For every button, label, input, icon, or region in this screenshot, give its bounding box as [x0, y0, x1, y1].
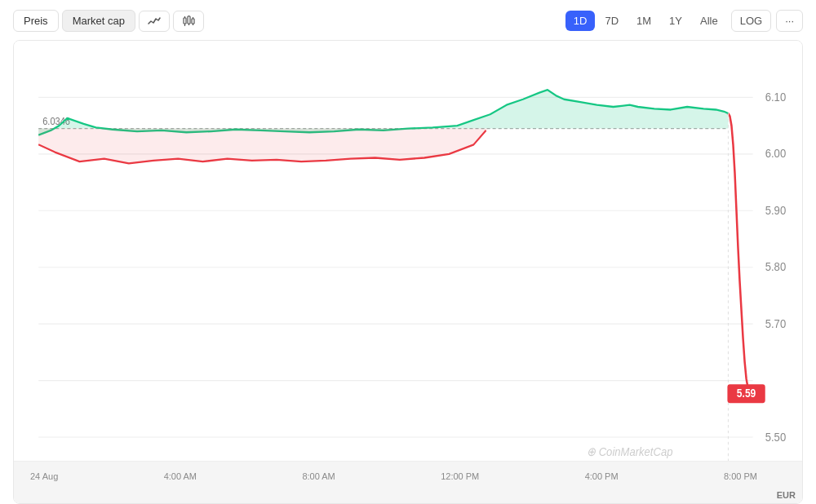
- x-label-5: 4:00 PM: [585, 471, 619, 481]
- toolbar: Preis Market cap: [13, 10, 803, 32]
- svg-rect-0: [184, 18, 186, 24]
- time-alle-button[interactable]: Alle: [692, 11, 726, 31]
- time-1y-button[interactable]: 1Y: [661, 11, 690, 31]
- svg-text:5.50: 5.50: [765, 430, 787, 444]
- x-axis-bar: 24 Aug 4:00 AM 8:00 AM 12:00 PM 4:00 PM …: [14, 461, 802, 503]
- svg-text:5.90: 5.90: [765, 203, 787, 217]
- svg-text:5.80: 5.80: [765, 259, 787, 273]
- line-chart-icon: [148, 15, 161, 27]
- time-1d-button[interactable]: 1D: [565, 11, 596, 31]
- line-chart-button[interactable]: [139, 11, 170, 32]
- marketcap-button[interactable]: Market cap: [62, 10, 135, 32]
- x-label-6: 8:00 PM: [724, 471, 757, 481]
- svg-rect-1: [188, 16, 190, 24]
- toolbar-right: 1D 7D 1M 1Y Alle LOG ···: [565, 10, 803, 32]
- x-label-3: 8:00 AM: [302, 471, 335, 481]
- svg-text:⊕ CoinMarketCap: ⊕ CoinMarketCap: [587, 444, 673, 458]
- x-label-4: 12:00 PM: [441, 471, 479, 481]
- toolbar-left: Preis Market cap: [13, 10, 204, 32]
- svg-text:5.70: 5.70: [765, 316, 787, 330]
- price-chart: 6.10 6.00 5.90 5.80 5.70 5.50 6.0346: [14, 41, 802, 503]
- currency-label: EUR: [777, 490, 796, 500]
- svg-text:6.00: 6.00: [765, 147, 787, 161]
- candle-chart-button[interactable]: [173, 11, 204, 32]
- x-label-2: 4:00 AM: [164, 471, 197, 481]
- svg-rect-2: [192, 19, 194, 24]
- preis-button[interactable]: Preis: [13, 10, 59, 32]
- candle-chart-icon: [182, 15, 195, 27]
- main-container: Preis Market cap: [0, 0, 816, 504]
- time-1m-button[interactable]: 1M: [628, 11, 659, 31]
- x-label-1: 24 Aug: [30, 471, 58, 481]
- svg-text:6.10: 6.10: [765, 90, 787, 104]
- log-button[interactable]: LOG: [731, 10, 771, 32]
- more-button[interactable]: ···: [776, 10, 803, 32]
- chart-wrapper: 6.10 6.00 5.90 5.80 5.70 5.50 6.0346: [13, 40, 803, 504]
- time-7d-button[interactable]: 7D: [596, 11, 627, 31]
- svg-text:5.59: 5.59: [737, 387, 756, 400]
